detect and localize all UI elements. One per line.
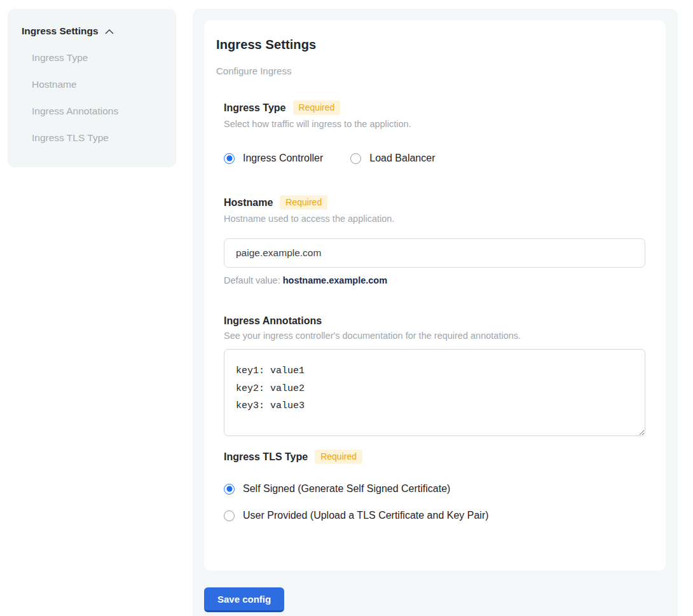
hostname-default-value: Default value:hostname.example.com — [224, 275, 645, 285]
radio-label: Self Signed (Generate Self Signed Certif… — [243, 483, 450, 495]
page-title: Ingress Settings — [216, 38, 645, 52]
ingress-type-description: Select how traffic will ingress to the a… — [224, 119, 645, 129]
settings-sidebar: Ingress Settings Ingress Type Hostname I… — [8, 9, 176, 167]
default-value-label: Default value: — [224, 275, 280, 285]
required-badge: Required — [280, 195, 327, 210]
ingress-type-radio-group: Ingress Controller Load Balancer — [224, 153, 645, 164]
sidebar-item-ingress-annotations[interactable]: Ingress Annotations — [22, 106, 163, 117]
radio-label: Ingress Controller — [243, 153, 323, 164]
page-layout: Ingress Settings Ingress Type Hostname I… — [0, 0, 693, 616]
radio-label: User Provided (Upload a TLS Certificate … — [243, 510, 489, 521]
ingress-type-field: Ingress Type Required Select how traffic… — [224, 100, 645, 164]
page-subtitle: Configure Ingress — [216, 65, 645, 76]
ingress-tls-type-label: Ingress TLS Type — [224, 451, 308, 463]
radio-label: Load Balancer — [369, 153, 435, 164]
ingress-tls-type-radio-group: Self Signed (Generate Self Signed Certif… — [224, 483, 645, 521]
ingress-settings-card: Ingress Settings Configure Ingress Ingre… — [204, 20, 666, 571]
radio-icon — [350, 153, 361, 164]
ingress-annotations-textarea[interactable]: key1: value1 key2: value2 key3: value3 — [224, 349, 645, 436]
sidebar-item-hostname[interactable]: Hostname — [22, 79, 163, 90]
radio-icon — [224, 153, 235, 164]
sidebar-item-ingress-tls-type[interactable]: Ingress TLS Type — [22, 132, 163, 144]
ingress-type-label: Ingress Type — [224, 102, 286, 114]
config-panel: Ingress Settings Configure Ingress Ingre… — [193, 9, 678, 616]
ingress-annotations-field: Ingress Annotations See your ingress con… — [224, 315, 645, 436]
chevron-up-icon — [104, 27, 114, 36]
hostname-label: Hostname — [224, 197, 273, 209]
ingress-annotations-label: Ingress Annotations — [224, 315, 322, 327]
sidebar-group-ingress-settings[interactable]: Ingress Settings — [22, 25, 163, 37]
ingress-annotations-description: See your ingress controller's documentat… — [224, 331, 645, 341]
radio-icon — [224, 510, 235, 521]
ingress-tls-type-field: Ingress TLS Type Required Self Signed (G… — [224, 449, 645, 521]
sidebar-item-ingress-type[interactable]: Ingress Type — [22, 52, 163, 64]
radio-ingress-controller[interactable]: Ingress Controller — [224, 153, 323, 164]
hostname-field: Hostname Required Hostname used to acces… — [224, 195, 645, 285]
sidebar-group-label: Ingress Settings — [22, 25, 99, 37]
sidebar-nav-list: Ingress Type Hostname Ingress Annotation… — [22, 52, 163, 144]
save-config-button[interactable]: Save config — [204, 587, 284, 612]
required-badge: Required — [293, 100, 341, 115]
radio-self-signed[interactable]: Self Signed (Generate Self Signed Certif… — [224, 483, 645, 495]
radio-load-balancer[interactable]: Load Balancer — [350, 153, 435, 164]
hostname-description: Hostname used to access the application. — [224, 214, 645, 224]
required-badge: Required — [315, 449, 362, 464]
hostname-input[interactable] — [224, 238, 645, 268]
radio-icon — [224, 484, 235, 495]
default-value-text: hostname.example.com — [283, 275, 387, 285]
radio-user-provided[interactable]: User Provided (Upload a TLS Certificate … — [224, 510, 645, 521]
